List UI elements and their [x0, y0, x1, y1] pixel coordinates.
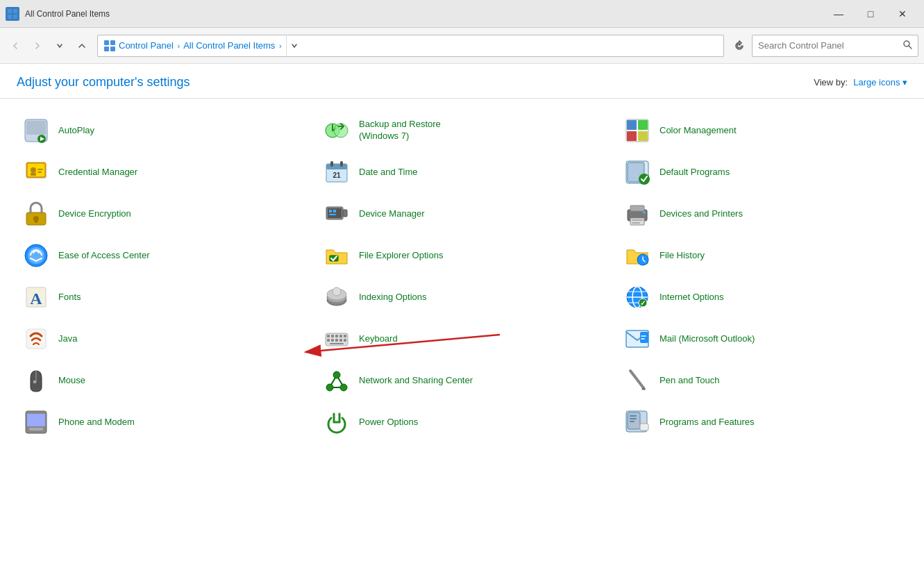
svg-rect-5 [110, 40, 115, 45]
java-label: Java [58, 333, 77, 345]
default-programs-label: Default Programs [660, 167, 730, 178]
svg-text:21: 21 [333, 172, 341, 179]
svg-rect-83 [33, 381, 36, 383]
view-by-dropdown[interactable]: Large icons ▾ [853, 77, 907, 87]
panel-item-ease-of-access[interactable]: Ease of Access Center [11, 235, 312, 276]
address-dropdown-button[interactable] [286, 36, 303, 56]
panel-item-phone-modem[interactable]: Phone and Modem [11, 401, 312, 443]
svg-point-85 [340, 384, 347, 391]
panel-item-keyboard[interactable]: Keyboard [312, 318, 612, 360]
internet-options-icon: ✓ [623, 283, 651, 311]
file-history-label: File History [660, 250, 705, 262]
svg-rect-77 [339, 339, 342, 342]
breadcrumb-all-items[interactable]: All Control Panel Items [183, 40, 275, 51]
panel-item-mouse[interactable]: Mouse [11, 360, 312, 401]
main-content: Adjust your computer's settings View by:… [0, 64, 924, 577]
svg-rect-69 [327, 335, 330, 337]
panel-item-device-manager[interactable]: Device Manager [312, 193, 612, 235]
panel-item-autoplay[interactable]: AutoPlay [11, 110, 312, 151]
panel-item-backup-restore[interactable]: Backup and Restore (Windows 7) [312, 110, 612, 151]
maximize-button[interactable]: □ [855, 0, 887, 28]
refresh-button[interactable] [730, 36, 749, 56]
panel-item-power[interactable]: Power Options [312, 401, 612, 443]
svg-rect-73 [344, 335, 346, 337]
panel-item-date-time[interactable]: 21 Date and Time [312, 151, 612, 193]
programs-features-icon [623, 408, 651, 436]
svg-rect-97 [630, 418, 637, 419]
panel-item-devices-printers[interactable]: Devices and Printers [612, 193, 913, 235]
fonts-icon: A [22, 283, 50, 311]
panel-item-device-encryption[interactable]: Device Encryption [11, 193, 312, 235]
mouse-label: Mouse [58, 375, 85, 387]
panel-item-fonts[interactable]: A Fonts [11, 276, 312, 318]
device-encryption-label: Device Encryption [58, 208, 131, 220]
panel-item-color-management[interactable]: Color Management [612, 110, 913, 151]
svg-rect-29 [330, 161, 333, 167]
credential-manager-icon [22, 158, 50, 186]
svg-text:A: A [30, 290, 42, 308]
keyboard-label: Keyboard [359, 333, 398, 345]
svg-rect-48 [632, 222, 640, 224]
date-time-label: Date and Time [359, 167, 418, 178]
minimize-button[interactable]: — [823, 0, 855, 28]
network-sharing-label: Network and Sharing Center [359, 375, 473, 387]
panel-item-programs-features[interactable]: Programs and Features [612, 401, 913, 443]
search-input[interactable] [758, 40, 898, 51]
items-container: AutoPlay Backup and Restore (Windows 7) … [0, 99, 924, 577]
close-button[interactable]: ✕ [887, 0, 918, 28]
view-by-control: View by: Large icons ▾ [814, 77, 907, 87]
svg-rect-72 [339, 335, 342, 337]
svg-line-88 [331, 378, 335, 385]
svg-point-84 [326, 384, 333, 391]
forward-button[interactable] [28, 36, 47, 56]
dropdown-button[interactable] [50, 36, 69, 56]
panel-item-network-sharing[interactable]: Network and Sharing Center [312, 360, 612, 401]
svg-line-89 [338, 378, 342, 385]
mail-icon [623, 325, 651, 353]
panel-item-indexing[interactable]: Indexing Options [312, 276, 612, 318]
phone-modem-label: Phone and Modem [58, 417, 135, 428]
panel-item-pen-touch[interactable]: Pen and Touch [612, 360, 913, 401]
titlebar-title: All Control Panel Items [25, 9, 823, 19]
svg-rect-20 [638, 131, 648, 141]
svg-text:✓: ✓ [640, 299, 646, 307]
back-button[interactable] [6, 36, 25, 56]
panel-item-file-history[interactable]: File History [612, 235, 913, 276]
panel-item-default-programs[interactable]: Default Programs [612, 151, 913, 193]
svg-rect-28 [326, 164, 347, 169]
panel-item-internet-options[interactable]: ✓ Internet Options [612, 276, 913, 318]
up-button[interactable] [72, 36, 92, 56]
breadcrumb-control-panel[interactable]: Control Panel [119, 40, 174, 51]
svg-rect-74 [327, 339, 330, 342]
svg-rect-42 [333, 210, 336, 212]
svg-rect-40 [343, 210, 347, 217]
svg-rect-92 [27, 414, 45, 426]
panel-item-mail[interactable]: Mail (Microsoft Outlook) [612, 318, 913, 360]
svg-rect-41 [329, 210, 332, 212]
indexing-label: Indexing Options [359, 292, 427, 303]
panel-item-file-explorer[interactable]: File Explorer Options [312, 235, 612, 276]
items-grid: AutoPlay Backup and Restore (Windows 7) … [11, 110, 913, 443]
svg-rect-26 [37, 172, 42, 173]
default-programs-icon [623, 158, 651, 186]
svg-rect-45 [630, 206, 644, 211]
indexing-icon [323, 283, 351, 311]
credential-manager-label: Credential Manager [58, 167, 137, 178]
ease-of-access-icon [22, 242, 50, 269]
panel-item-java[interactable]: Java [11, 318, 312, 360]
java-icon [22, 325, 50, 353]
titlebar-icon [6, 7, 19, 21]
svg-line-9 [909, 46, 912, 49]
titlebar-controls: — □ ✕ [823, 0, 918, 28]
search-box[interactable] [752, 35, 918, 57]
svg-rect-1 [13, 9, 17, 13]
keyboard-icon [323, 325, 351, 353]
svg-rect-46 [630, 218, 644, 225]
svg-rect-30 [340, 161, 343, 167]
mail-label: Mail (Microsoft Outlook) [660, 333, 755, 345]
power-label: Power Options [359, 417, 418, 428]
panel-item-credential-manager[interactable]: Credential Manager [11, 151, 312, 193]
svg-rect-0 [8, 9, 12, 13]
svg-point-49 [643, 211, 646, 214]
address-bar[interactable]: Control Panel › All Control Panel Items … [97, 35, 724, 57]
